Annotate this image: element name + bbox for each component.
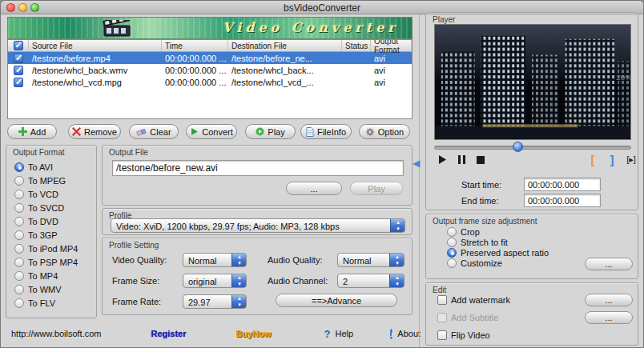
play-label: Play: [268, 127, 284, 137]
mark-out-button[interactable]: ]: [602, 154, 622, 166]
radio-to-avi[interactable]: To AVI: [14, 162, 78, 172]
seek-slider-thumb[interactable]: [513, 142, 523, 152]
radio-to-mpeg[interactable]: To MPEG: [14, 176, 78, 186]
table-row[interactable]: /testone/whcl_vcd.mpg 00:00:00.000 ... /…: [8, 76, 412, 88]
advance-button[interactable]: ==>Advance: [276, 294, 397, 307]
end-time-input[interactable]: 00:00:00.000: [524, 194, 601, 207]
remove-button[interactable]: Remove: [68, 124, 121, 139]
film-clapper-icon: [103, 20, 135, 38]
row-checkbox[interactable]: [14, 66, 23, 75]
pause-button[interactable]: [452, 154, 471, 166]
svg-text:20%: 20%: [616, 73, 631, 82]
info-icon: i: [390, 329, 392, 339]
radio-to-3gp[interactable]: To 3GP: [14, 230, 78, 240]
frame-rate-dropdown[interactable]: 29.97 ▴▾: [183, 294, 247, 309]
mark-in-button[interactable]: [: [583, 154, 602, 166]
output-file-path-input[interactable]: /testone/before_new.avi: [112, 160, 404, 176]
audio-channel-dropdown[interactable]: 2 ▴▾: [337, 274, 405, 288]
radio-icon: [14, 203, 24, 213]
buynow-link[interactable]: BuyNow: [236, 329, 272, 338]
column-status: Status: [342, 40, 371, 51]
video-preview: 20%: [434, 24, 631, 140]
option-button[interactable]: Option: [359, 124, 410, 139]
homepage-link[interactable]: http://www.boilsoft.com: [11, 329, 102, 338]
play-button-toolbar[interactable]: Play: [245, 124, 296, 139]
frame-rate-label: Frame Rate:: [112, 297, 161, 306]
audio-quality-value: Normal: [343, 256, 371, 266]
preview-segment-button[interactable]: [▸]: [622, 154, 641, 166]
output-format-title: Output Format: [13, 148, 64, 157]
cell-destination: /testone/whcl_back...: [228, 66, 342, 75]
radio-to-vcd[interactable]: To VCD: [14, 190, 78, 199]
popup-arrows-icon: ▴▾: [394, 219, 402, 232]
radio-to-mp4[interactable]: To MP4: [14, 271, 78, 281]
seek-slider-track[interactable]: [434, 146, 631, 150]
x-icon: [72, 127, 81, 136]
row-checkbox[interactable]: [14, 54, 23, 63]
radio-to-dvd[interactable]: To DVD: [14, 217, 78, 226]
radio-icon: [14, 230, 24, 240]
profile-group: Profile Video: XviD, 1200 kbps, 29.97 fp…: [102, 208, 413, 235]
browse-button[interactable]: ...: [286, 182, 342, 195]
frame-adjustment-list: Crop Stretch to fit Preserved aspect rat…: [447, 227, 549, 268]
row-checkbox[interactable]: [14, 78, 23, 87]
plus-icon: [18, 127, 27, 136]
radio-preserved-aspect[interactable]: Preserved aspect ratio: [447, 248, 549, 258]
add-button[interactable]: Add: [7, 124, 57, 139]
table-row[interactable]: /testone/before.mp4 00:00:00.000 ... /te…: [8, 52, 412, 64]
radio-icon: [447, 227, 457, 237]
fileinfo-button[interactable]: FileInfo: [300, 124, 352, 139]
frame-size-dropdown[interactable]: original ▴▾: [183, 274, 247, 288]
add-label: Add: [30, 127, 46, 137]
column-destination-file: Destination File: [228, 40, 342, 51]
radio-to-flv[interactable]: To FLV: [14, 298, 78, 308]
table-row[interactable]: /testone/whcl_back.wmv 00:00:00.000 ... …: [8, 64, 412, 76]
collapse-panel-button[interactable]: ◀: [413, 158, 420, 169]
stop-button[interactable]: [471, 154, 490, 166]
gear-icon: [365, 127, 375, 137]
register-link[interactable]: Register: [151, 329, 187, 338]
watermark-more-button[interactable]: ...: [585, 294, 633, 306]
convert-button[interactable]: Convert: [186, 124, 237, 139]
profile-value: Video: XviD, 1200 kbps, 29.97 fps; Audio…: [116, 222, 340, 231]
radio-icon: [14, 258, 24, 267]
radio-label: To MPEG: [28, 176, 66, 186]
cell-destination: /testone/before_ne...: [228, 54, 342, 63]
mark-controls: [ ] [▸]: [583, 154, 641, 166]
cell-time: 00:00:00.000 ...: [162, 78, 228, 87]
play-button[interactable]: [433, 154, 452, 166]
radio-crop[interactable]: Crop: [447, 227, 549, 237]
radio-to-psp-mp4[interactable]: To PSP MP4: [14, 258, 78, 267]
flip-video-checkbox[interactable]: Flip Video: [437, 330, 490, 340]
column-time: Time: [162, 40, 228, 51]
radio-to-svcd[interactable]: To SVCD: [14, 203, 78, 213]
stop-icon: [477, 156, 485, 164]
radio-icon: [447, 248, 457, 258]
help-link[interactable]: Help: [335, 329, 353, 338]
select-all-checkbox[interactable]: [14, 41, 23, 50]
radio-label: To PSP MP4: [28, 258, 78, 267]
cell-format: avi: [371, 66, 412, 75]
radio-to-ipod-mp4[interactable]: To iPod MP4: [14, 244, 78, 254]
radio-customize[interactable]: Customize: [447, 258, 549, 268]
watermark-label: Add watermark: [451, 295, 510, 305]
clear-button[interactable]: Clear: [129, 124, 179, 139]
about-link[interactable]: About: [397, 329, 421, 338]
subtitle-more-button[interactable]: ...: [585, 311, 633, 324]
subtitle-label: Add Subtitle: [451, 313, 498, 322]
checkbox-icon: [437, 330, 447, 340]
add-watermark-checkbox[interactable]: Add watermark: [437, 295, 510, 305]
radio-icon: [14, 244, 24, 254]
radio-to-wmv[interactable]: To WMV: [14, 285, 78, 294]
profile-dropdown[interactable]: Video: XviD, 1200 kbps, 29.97 fps; Audio…: [111, 218, 405, 233]
start-time-input[interactable]: 00:00:00.000: [524, 178, 601, 191]
radio-label: To WMV: [28, 285, 62, 294]
frame-adjust-more-button[interactable]: ...: [585, 258, 633, 270]
video-quality-dropdown[interactable]: Normal ▴▾: [183, 253, 247, 267]
footer: http://www.boilsoft.com Register BuyNow …: [7, 324, 413, 343]
remove-label: Remove: [84, 127, 117, 137]
cell-source: /testone/before.mp4: [29, 54, 162, 63]
radio-stretch[interactable]: Stretch to fit: [447, 238, 549, 247]
radio-icon: [14, 190, 24, 199]
audio-quality-dropdown[interactable]: Normal ▴▾: [337, 253, 405, 267]
